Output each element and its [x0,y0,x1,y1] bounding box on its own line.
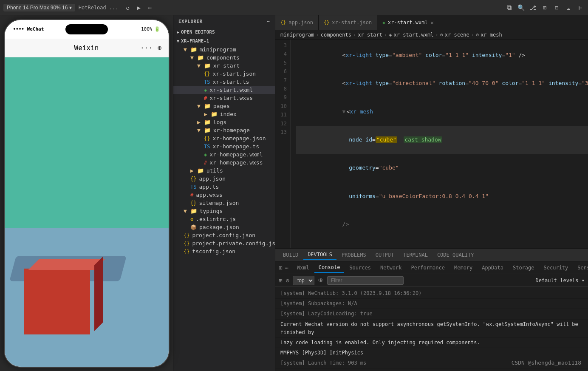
code-line-3: <xr-light type="ambient" color="1 1 1" i… [296,41,588,69]
open-editors-header[interactable]: ▶ OPEN EDITORS [173,28,275,37]
tree-item-xr-start[interactable]: ▼ 📁 xr-start [173,62,275,70]
tree-item-components[interactable]: ▼ 📁 components [173,54,275,62]
devtools-tab-codequality[interactable]: CODE QUALITY [433,250,478,260]
phone-status-right: 100% 🔋 [141,26,160,32]
tree-item-xrhomepage-json[interactable]: {} xr-homepage.json [173,134,275,142]
inner-tab-storage[interactable]: Storage [509,263,539,272]
inner-tab-wxml[interactable]: Wxml [293,263,314,272]
more-icon[interactable]: ⋯ [146,3,154,12]
code-editor: 3 4 5 6 7 8 9 10 11 12 13 <xr-light type… [275,40,588,248]
devtools-tab-devtools[interactable]: DEVTOOLS [303,250,336,260]
tree-item-xrstart-ts[interactable]: TS xr-start.ts [173,78,275,86]
sidebar-section-open-editors: ▶ OPEN EDITORS [173,28,275,37]
tree-item-xrhomepage-wxml[interactable]: ◈ xr-homepage.wxml [173,150,275,159]
tree-item-project-config[interactable]: {} project.config.json [173,231,275,239]
tree-label: app.json [199,176,226,182]
refresh-icon[interactable]: ↺ [124,3,132,12]
tree-item-xrstart-wxss[interactable]: # xr-start.wxss [173,94,275,102]
devtools-tab-problems[interactable]: PROBLEMS [337,250,370,260]
tab-label: app.json [288,20,313,25]
tree-item-package-json[interactable]: 📦 package.json [173,223,275,231]
wechat-add-icon[interactable]: ⊕ [158,44,162,52]
tree-item-xr-homepage[interactable]: ▼ 📁 xr-homepage [173,126,275,134]
split-icon[interactable]: ⊢ [576,3,585,12]
tab-xrstart-wxml[interactable]: ◈ xr-start.wxml ✕ [377,15,439,30]
tree-item-xrstart-wxml[interactable]: ◈ xr-start.wxml [173,86,275,94]
wechat-more-icon[interactable]: ··· [140,44,153,52]
devtools-tab-build[interactable]: BUILD [279,250,302,260]
wxml-file-icon: ◈ [204,87,207,93]
tree-item-sitemap-json[interactable]: {} sitemap.json [173,199,275,207]
tree-item-eslintrc[interactable]: ⚙ .eslintrc.js [173,215,275,223]
tree-item-utils[interactable]: ▶ 📁 utils [173,167,275,175]
clear-icon[interactable]: ⊘ [286,277,289,284]
devtools-toolbar-icon-2[interactable]: ⋯ [285,264,288,271]
eye-icon[interactable]: 👁 [318,277,324,284]
tree-item-xrstart-json[interactable]: {} xr-start.json [173,70,275,78]
breadcrumb-item[interactable]: xr-start.wxml [393,32,433,38]
tree-item-typings[interactable]: ▼ 📁 typings [173,207,275,215]
tree-item-project-private-config[interactable]: {} project.private.config.json [173,239,275,247]
console-text: Current Wechat version do not support as… [280,321,578,335]
tree-item-logs[interactable]: ▶ 📁 logs [173,118,275,126]
tree-item-tsconfig[interactable]: {} tsconfig.json [173,247,275,255]
breadcrumb-item[interactable]: miniprogram [280,32,314,38]
code-line-10: ▼<xr-mesh [296,238,588,248]
cube-top [28,259,105,270]
tree-item-app-ts[interactable]: TS app.ts [173,183,275,191]
devtools-tab-output[interactable]: OUTPUT [371,250,398,260]
console-line-5: Lazy code loading is enabled. Only injec… [275,338,588,348]
tab-app-json[interactable]: {} app.json [275,15,319,30]
inner-tab-network[interactable]: Network [376,263,406,272]
console-text: [system] LazyCodeLoading: true [280,311,373,317]
xrframe-header[interactable]: ▼ XR-FRAME-1 [173,37,275,45]
inner-tab-performance[interactable]: Performance [407,263,449,272]
console-text: [system] Launch Time: 903 ms [280,360,366,366]
tree-item-xrhomepage-ts[interactable]: TS xr-homepage.ts [173,142,275,150]
tree-label: xr-start.json [212,71,256,77]
tab-xrstart-json[interactable]: {} xr-start.json [319,15,377,30]
tree-label: xr-homepage.wxml [209,151,263,158]
extend-icon[interactable]: ⊟ [552,3,561,12]
inner-tab-security[interactable]: Security [540,263,573,272]
console-toolbar-icon-1[interactable]: ⊞ [279,277,282,284]
tree-item-app-wxss[interactable]: # app.wxss [173,191,275,199]
console-filter-input[interactable] [327,276,404,285]
breadcrumb-item[interactable]: components [321,32,351,38]
tab-close-icon[interactable]: ✕ [430,19,434,26]
git-icon[interactable]: ⎇ [529,3,537,12]
cloud-icon[interactable]: ☁ [564,3,573,12]
inner-tab-appdata[interactable]: AppData [478,263,508,272]
toolbar-icons: ↺ ▶ ⋯ [124,3,154,12]
breadcrumb-item[interactable]: xr-mesh [481,32,502,38]
folder-icon: ▶ 📁 [190,167,204,174]
inner-tab-memory[interactable]: Memory [450,263,477,272]
json-file-icon: {} [190,176,196,182]
fold-icon-5[interactable]: ▼ [342,108,346,115]
inner-tab-sources[interactable]: Sources [345,263,375,272]
tree-item-miniprogram[interactable]: ▼ 📁 miniprogram [173,45,275,54]
inner-tab-sensor[interactable]: Sensor [573,263,588,272]
tree-label: utils [206,167,223,174]
device-selector[interactable]: Phone 14 Pro Max 90% 16 ▾ [3,4,75,11]
breadcrumb-item[interactable]: xr-start [358,32,382,38]
search-icon[interactable]: 🔍 [517,3,525,12]
breadcrumb-item[interactable]: xr-scene [445,32,469,38]
breadcrumb-file-icon: ◈ [389,32,392,38]
copy-icon[interactable]: ⧉ [505,3,513,12]
default-levels-selector[interactable]: Default levels ▾ [535,278,585,283]
breadcrumb-sep: › [316,32,319,38]
layout-icon[interactable]: ⊞ [540,3,549,12]
play-icon[interactable]: ▶ [135,3,143,12]
battery-icon: 🔋 [154,26,160,32]
inner-tab-console[interactable]: Console [314,263,345,273]
tree-item-pages[interactable]: ▼ 📁 pages [173,102,275,110]
devtools-tab-terminal[interactable]: TERMINAL [399,250,432,260]
context-selector[interactable]: top [293,276,314,285]
devtools-toolbar-icon-1[interactable]: ⊞ [279,264,282,271]
sidebar-more-icon[interactable]: ⋯ [267,19,270,24]
tree-item-index[interactable]: ▶ 📁 index [173,110,275,118]
tree-item-app-json[interactable]: {} app.json [173,175,275,183]
console-text: [system] WeChatLib: 3.1.0 (2023.9.18 16:… [280,290,421,296]
tree-item-xrhomepage-wxss[interactable]: # xr-homepage.wxss [173,159,275,167]
